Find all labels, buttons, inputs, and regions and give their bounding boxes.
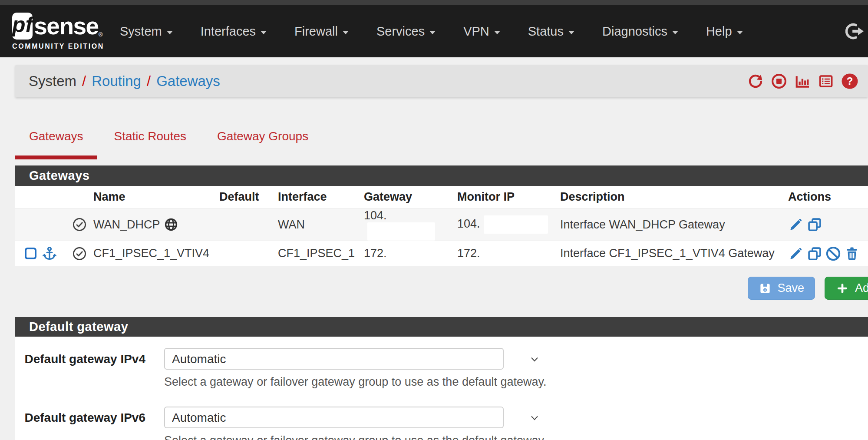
- tab-static-routes[interactable]: Static Routes: [100, 129, 201, 159]
- breadcrumb-gateways-link[interactable]: Gateways: [156, 73, 220, 89]
- chevron-down-icon: [167, 31, 173, 34]
- status-cell: [65, 208, 93, 241]
- gateway-cell: 172.: [364, 241, 457, 266]
- check-circle-icon: [72, 217, 87, 232]
- default-gateway-ipv6-label: Default gateway IPv6: [15, 407, 145, 440]
- col-name: Name: [93, 186, 219, 208]
- breadcrumb-separator: /: [147, 73, 151, 89]
- delete-icon[interactable]: [844, 246, 860, 261]
- chevron-down-icon: [429, 31, 436, 34]
- name-cell: CF1_IPSEC_1_VTIV4: [93, 241, 219, 266]
- sense-logo-text: sense: [34, 13, 98, 40]
- description-cell: Interface CF1_IPSEC_1_VTIV4 Gateway: [560, 241, 788, 266]
- nav-item-label: System: [120, 24, 162, 39]
- check-circle-icon: [72, 246, 87, 261]
- col-monitor-ip: Monitor IP: [457, 186, 560, 208]
- nav-item-label: Firewall: [294, 24, 338, 39]
- default-gateway-panel: Default gateway Default gateway IPv4 Aut…: [15, 317, 868, 440]
- interface-cell: WAN: [278, 208, 364, 241]
- gateways-panel-title: Gateways: [15, 165, 868, 186]
- save-button[interactable]: Save: [748, 277, 815, 300]
- nav-item-diagnostics[interactable]: Diagnostics: [602, 24, 678, 39]
- edit-icon[interactable]: [788, 217, 804, 232]
- default-gateway-ipv4-select[interactable]: Automatic: [164, 348, 504, 370]
- table-header-row: Name Default Interface Gateway Monitor I…: [15, 186, 868, 208]
- chevron-down-icon: [672, 31, 678, 34]
- pfsense-logo[interactable]: pf sense ® COMMUNITY EDITION: [12, 13, 99, 50]
- col-gateway: Gateway: [364, 186, 457, 208]
- top-navbar: pf sense ® COMMUNITY EDITION System Inte…: [0, 5, 868, 57]
- copy-icon[interactable]: [807, 246, 822, 261]
- col-select: [15, 186, 65, 208]
- select-cell: [15, 241, 65, 266]
- nav-item-help[interactable]: Help: [706, 24, 743, 39]
- actions-cell: [788, 208, 868, 241]
- actions-cell: [788, 241, 868, 266]
- nav-item-system[interactable]: System: [120, 24, 173, 39]
- default-gateway-ipv6-select[interactable]: Automatic: [164, 407, 504, 428]
- plus-icon: [836, 282, 848, 294]
- nav-item-firewall[interactable]: Firewall: [294, 24, 349, 39]
- disable-icon[interactable]: [825, 246, 841, 261]
- nav-item-label: Help: [706, 24, 732, 39]
- default-gateway-form: Default gateway IPv4 Automatic Select a …: [15, 337, 868, 440]
- redo-icon[interactable]: [747, 73, 764, 89]
- form-row-ipv6: Default gateway IPv6 Automatic Select a …: [15, 395, 868, 440]
- add-button[interactable]: Add: [825, 277, 868, 300]
- nav-item-status[interactable]: Status: [528, 24, 574, 39]
- nav-item-label: Status: [528, 24, 564, 39]
- nav-item-interfaces[interactable]: Interfaces: [201, 24, 267, 39]
- select-cell: [15, 208, 65, 241]
- breadcrumb-separator: /: [82, 73, 86, 89]
- table-toolbar: Save Add: [0, 277, 868, 300]
- gateways-panel: Gateways Name Default Interface Gateway …: [15, 165, 868, 266]
- default-cell: [219, 208, 278, 241]
- row-checkbox[interactable]: [25, 248, 36, 259]
- tab-gateway-groups[interactable]: Gateway Groups: [203, 129, 322, 159]
- nav-item-label: Services: [376, 24, 425, 39]
- col-description: Description: [560, 186, 788, 208]
- registered-mark: ®: [99, 31, 103, 38]
- window-chrome-strip: [0, 0, 868, 5]
- chevron-down-icon: [261, 31, 267, 34]
- monitor-ip-prefix: 104.: [457, 217, 480, 230]
- stop-icon[interactable]: [771, 73, 787, 89]
- col-status: [65, 186, 93, 208]
- col-actions: Actions: [788, 186, 868, 208]
- routing-tabs: Gateways Static Routes Gateway Groups: [15, 129, 868, 159]
- description-cell: Interface WAN_DHCP Gateway: [560, 208, 788, 241]
- bar-chart-icon[interactable]: [794, 73, 811, 89]
- gateways-table: Name Default Interface Gateway Monitor I…: [15, 186, 868, 266]
- list-icon[interactable]: [818, 73, 834, 89]
- chevron-down-icon: [343, 31, 349, 34]
- default-gateway-ipv4-label: Default gateway IPv4: [15, 348, 145, 389]
- help-icon[interactable]: ?: [841, 73, 858, 89]
- chevron-down-icon: [529, 413, 540, 423]
- add-button-label: Add: [855, 281, 868, 295]
- monitor-ip-cell: 104.: [457, 208, 560, 241]
- globe-icon: [164, 218, 178, 232]
- community-edition-label: COMMUNITY EDITION: [12, 43, 99, 50]
- col-interface: Interface: [278, 186, 364, 208]
- sign-out-icon[interactable]: [845, 23, 864, 40]
- chevron-down-icon: [568, 31, 574, 34]
- default-gateway-ipv6-help: Select a gateway or failover gateway gro…: [164, 434, 547, 440]
- breadcrumb: System / Routing / Gateways: [29, 73, 220, 89]
- breadcrumb-routing-link[interactable]: Routing: [92, 73, 141, 89]
- tab-gateways[interactable]: Gateways: [15, 129, 97, 159]
- chevron-down-icon: [737, 31, 743, 34]
- edit-icon[interactable]: [788, 246, 804, 261]
- gateway-ip-prefix: 104.: [364, 209, 387, 222]
- nav-item-services[interactable]: Services: [376, 24, 436, 39]
- monitor-ip-cell: 172.: [457, 241, 560, 266]
- name-cell: WAN_DHCP: [93, 208, 219, 241]
- default-gateway-ipv4-control: Automatic Select a gateway or failover g…: [164, 348, 547, 389]
- redaction-box: [484, 215, 548, 234]
- anchor-icon[interactable]: [42, 246, 57, 261]
- nav-item-vpn[interactable]: VPN: [463, 24, 500, 39]
- copy-icon[interactable]: [807, 217, 822, 232]
- pfsense-logo-main: pf sense ®: [12, 13, 99, 40]
- default-gateway-ipv4-help: Select a gateway or failover gateway gro…: [164, 375, 547, 389]
- default-gateway-panel-title: Default gateway: [15, 317, 868, 337]
- status-cell: [65, 241, 93, 266]
